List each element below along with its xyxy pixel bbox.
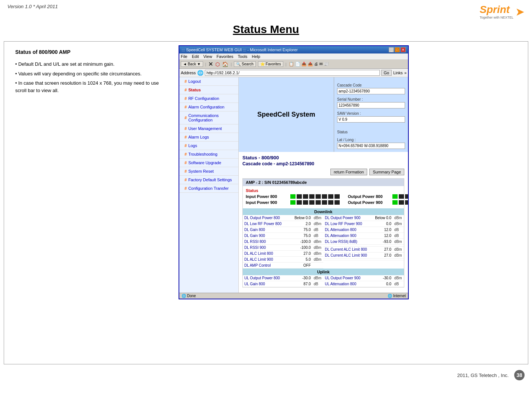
cascade-code-label: Cascade Code [337,83,405,87]
indicator-input-800: Input Power 800 [246,194,340,199]
summary-page-button[interactable]: Summary Page [369,169,404,175]
table-row: DL Attenuation 900 12.0 dB [323,233,404,239]
favorites-button[interactable]: ⭐ Favorites [258,61,283,67]
bullet-2: • Values will vary depending on specific… [15,70,164,78]
main-content: Status of 800/900 AMP • Default D/L and … [4,41,528,364]
page-footer: 2011, GS Teletech , Inc. 38 [0,364,532,386]
browser-toolbar: ◄ Back ▼ | ✕ ⬡ 🏠 | 🔍 Search ⭐ Favorites … [179,60,408,69]
led-bar-input-900 [290,200,340,205]
amp-section: AMP - 2 : S/N 0123456789abcde Status Inp… [242,178,404,287]
menu-view[interactable]: View [203,54,212,59]
saw-version-input[interactable] [337,116,405,123]
nav-system-reset[interactable]: # System Reset [179,167,238,176]
page-title-container: Status Menu [0,21,532,41]
nav-logout[interactable]: # Logout [179,77,238,86]
nav-factory-defaults[interactable]: # Factory Default Settings [179,176,238,184]
indicator-output-800: Output Power 800 [348,194,408,199]
sprint-logo: Sprint Together with NEXTEL ➤ [480,4,525,19]
menu-tools[interactable]: Tools [238,54,248,59]
browser-title: ::: SpeedCell SYSTEM WEB GUI ::: - Micro… [182,48,298,52]
home-icon[interactable]: 🏠 [222,61,228,67]
minimize-button[interactable]: _ [389,47,394,52]
nav-user-mgmt[interactable]: # User Management [179,124,238,133]
page-title: Status Menu [233,23,299,35]
uplink-header: Uplink [243,269,404,275]
indicator-output-900: Output Power 900 [348,200,408,205]
menu-favorites[interactable]: Favorites [216,54,233,59]
browser-window: ::: SpeedCell SYSTEM WEB GUI ::: - Micro… [179,45,409,299]
table-row: DL Low RF Power 800 2.0 dBm [243,221,323,227]
address-label: Address [181,71,196,75]
browser-addressbar: Address 🌐 Go Links » [179,69,408,77]
buttons-row: return Formation Summary Page [242,169,404,175]
maximize-button[interactable]: □ [395,47,400,52]
nav-troubleshooting[interactable]: # Troubleshooting [179,150,238,159]
table-row: DL ALC Limit 900 5.0 dBm [243,257,323,263]
bullet-3: • In case that screen resolution is 1024… [15,79,164,94]
sprint-logo-text: Sprint [480,4,510,15]
nav-software-upgrade[interactable]: # Software Upgrade [179,159,238,167]
serial-number-label: Serial Number : [337,97,405,101]
amp-header: AMP - 2 : S/N 0123456789abcde [243,179,404,186]
expand-icon[interactable]: » [404,71,407,75]
led-bar-output-800 [392,194,408,199]
nav-rf-config[interactable]: # RF Configuration [179,94,238,103]
status-label-right: Status [337,130,405,134]
menu-edit[interactable]: Edit [192,54,199,59]
speedcell-info-panel: Cascade Code Serial Number : SAW Version… [334,77,408,152]
table-row: DL Attenuation 800 12.0 dB [323,227,404,233]
links-label: Links [393,71,403,75]
led-bar-output-900 [392,200,408,205]
nav-config-transfer[interactable]: # Configuration Transfer [179,184,238,193]
downlink-data: DL Output Power 800 Below 0.0 dBm DL Low… [243,215,404,269]
table-row: UL Output Power 800 -30.0 dBm [243,275,323,281]
menu-help[interactable]: Help [252,54,260,59]
content-main: SpeedCell System Cascade Code Serial Num… [239,77,408,293]
sprint-tagline: Together with NEXTEL [480,16,513,19]
nav-status[interactable]: # Status [179,86,238,94]
menu-file[interactable]: File [181,54,187,59]
saw-version-label: SAW Version : [337,111,405,116]
table-row: UL Gain 800 87.0 dB [243,281,323,287]
serial-number-input[interactable] [337,102,405,108]
cascade-code-input[interactable] [337,88,405,94]
speedcell-name: SpeedCell System [257,111,315,118]
address-input[interactable] [205,70,379,76]
go-button[interactable]: Go [381,70,392,76]
table-row: DL Gain 800 75.0 dB [243,227,323,233]
footer-text: 2011, GS Teletech , Inc. [457,373,509,378]
lat-long-input[interactable] [337,143,405,149]
downlink-header: Downlink [243,208,404,215]
page-number-badge: 38 [514,370,525,380]
table-row [323,259,404,260]
refresh-icon[interactable]: ✕ [208,61,213,68]
uplink-left-col: UL Output Power 800 -30.0 dBm UL Gain 80… [243,275,323,287]
status-done: 🌐 Done [182,294,196,298]
downlink-left-col: DL Output Power 800 Below 0.0 dBm DL Low… [243,215,323,269]
status-page-title: Status - 800/900 [242,155,404,160]
nav-logs[interactable]: # Logs [179,142,238,150]
table-row: DL ALC Limit 800 27.0 dBm [243,251,323,257]
browser-statusbar: 🌐 Done 🌐 Internet [179,293,408,299]
return-formation-button[interactable]: return Formation [330,169,367,175]
indicator-input-900: Input Power 900 [246,200,340,205]
lat-long-label: Lat / Long : [337,138,405,142]
status-section-label: Status [246,188,401,193]
table-row: DL Current ALC Limit 800 27.0 dBm [323,247,404,253]
status-section: Status - 800/900 Cascade code - amp2-123… [239,152,408,293]
search-button[interactable]: 🔍 Search [234,61,255,67]
table-row: DL RSSI 900 -100.0 dBm [243,245,323,251]
stop-icon[interactable]: ⬡ [215,61,220,67]
speedcell-layout: SpeedCell System Cascade Code Serial Num… [239,77,408,152]
browser-content: # Logout # Status # RF Configuration # A… [179,77,408,293]
speedcell-brand: SpeedCell System [239,77,334,152]
close-button[interactable]: ✕ [401,47,406,52]
nav-comm-config[interactable]: # Communications Configuration [179,111,238,124]
nav-alarm-config[interactable]: # Alarm Configuration [179,103,238,111]
table-row: UL Attenuation 800 0.0 dB [323,281,404,287]
back-button[interactable]: ◄ Back ▼ [181,61,203,67]
nav-alarm-logs[interactable]: # Alarm Logs [179,133,238,142]
toolbar-icons: 📋 📄 📥 📤 🖨 ✉ 📰 [289,62,329,66]
sprint-bird-icon: ➤ [515,5,525,18]
table-row: DL RSSI 800 -100.0 dBm [243,239,323,245]
